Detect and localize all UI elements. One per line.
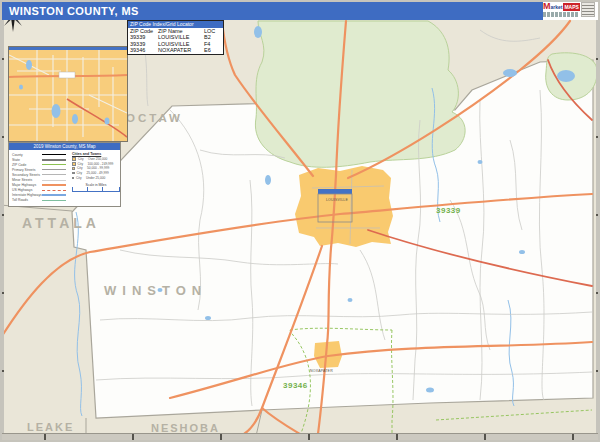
logo-info-box — [581, 2, 595, 17]
inset-extent-bar — [318, 189, 352, 194]
city-label-louisville: LOUISVILLE — [320, 198, 354, 202]
marketmaps-logo: MarketMAPS — [543, 2, 596, 19]
legend-item-label: County — [12, 153, 42, 157]
city-row-size: 50,000 - 99,999 — [87, 166, 109, 170]
county-label-winston: WINSTON — [104, 283, 207, 298]
city-label-noxapater: NOXAPATER — [310, 369, 333, 373]
legend-line-primary — [42, 169, 66, 170]
legend-line-secondary — [42, 174, 66, 175]
legend-line-state — [42, 159, 66, 161]
legend-title: 2019 Winston County, MS Map — [9, 143, 120, 150]
county-label-leake: LEAKE — [27, 421, 74, 433]
legend-item-label: Major Highways — [12, 183, 42, 187]
legend-line-major-highway — [42, 184, 66, 186]
legend-line-items: County State ZIP Code Primary Streets Se… — [12, 152, 70, 203]
city-symbol — [72, 157, 76, 161]
logo-arket-text: arket — [551, 3, 563, 11]
louisville-inset-map — [8, 46, 128, 142]
cell-name: NOXAPATER — [158, 47, 204, 53]
city-symbol — [72, 172, 75, 175]
city-row-name: City — [78, 157, 88, 161]
legend-item-label: Interstate Highways — [12, 193, 42, 197]
logo-wordmark: MarketMAPS — [543, 2, 579, 19]
legend-line-interstate — [42, 194, 66, 196]
legend-item-label: US Highways — [12, 188, 42, 192]
legend-line-toll — [42, 200, 66, 201]
city-row-name: City — [78, 162, 88, 166]
city-row-name: City — [77, 171, 87, 175]
legend-item-label: State — [12, 158, 42, 162]
logo-letter-m: M — [543, 2, 551, 10]
logo-maps-badge: MAPS — [563, 3, 579, 11]
right-ruler — [596, 20, 600, 434]
zip-code-index-table: ZIP Code Index/Grid Locator ZIP Code ZIP… — [127, 20, 224, 55]
cell-loc: E6 — [204, 47, 222, 53]
scale-bar — [72, 188, 120, 192]
scale-label: Scale in Miles — [72, 183, 120, 187]
map-sheet: OCTAW ATTALA WINSTON LEAKE NESHOBA 39339… — [0, 0, 600, 442]
left-ruler — [0, 20, 4, 434]
legend-body: County State ZIP Code Primary Streets Se… — [9, 150, 120, 207]
legend-box: 2019 Winston County, MS Map County State… — [8, 142, 121, 207]
legend-line-minor — [42, 180, 66, 181]
louisville-city-area — [295, 166, 393, 247]
zip-table-title: ZIP Code Index/Grid Locator — [128, 21, 223, 28]
bottom-ruler — [2, 433, 598, 440]
table-row: 39346 NOXAPATER E6 — [128, 47, 223, 53]
cell-zip: 39346 — [130, 47, 158, 53]
city-symbol — [72, 177, 74, 179]
city-symbol — [72, 167, 75, 170]
legend-line-us-highway — [42, 190, 66, 191]
main-map: OCTAW ATTALA WINSTON LEAKE NESHOBA 39339… — [0, 0, 600, 442]
city-row-size: Over 250,000 — [88, 157, 107, 161]
logo-tagline — [543, 12, 579, 17]
inset-title-bar — [9, 47, 127, 50]
inset-city-label-box — [59, 72, 75, 78]
map-title: WINSTON COUNTY, MS — [9, 5, 139, 17]
legend-item-label: Minor Streets — [12, 178, 42, 182]
county-label-attala: ATTALA — [22, 215, 100, 231]
city-row-size: 100,000 - 249,999 — [88, 162, 114, 166]
city-row-name: City — [76, 176, 86, 180]
inset-lakes — [19, 60, 110, 125]
legend-item-label: Primary Streets — [12, 168, 42, 172]
legend-line-county — [42, 154, 66, 155]
zip-label-39346: 39346 — [283, 381, 308, 390]
map-title-bar: WINSTON COUNTY, MS — [2, 2, 543, 20]
city-row-size: Under 25,000 — [86, 176, 105, 180]
inset-streets — [9, 47, 127, 141]
cities-and-towns-header: Cities and Towns — [72, 152, 120, 156]
inset-canvas — [9, 47, 127, 141]
legend-item-label: ZIP Code — [12, 163, 42, 167]
zip-label-39339: 39339 — [436, 206, 461, 215]
city-row-size: 25,000 - 49,999 — [87, 171, 109, 175]
city-row-name: City — [77, 166, 87, 170]
city-symbol — [72, 162, 76, 166]
legend-line-zip — [42, 164, 66, 165]
legend-item-label: Secondary Streets — [12, 173, 42, 177]
county-label-choctaw: OCTAW — [126, 112, 183, 124]
legend-item-label: Toll Roads — [12, 198, 42, 202]
scale-bar-group: Scale in Miles — [72, 183, 120, 192]
legend-cities-column: Cities and Towns CityOver 250,000 City10… — [72, 152, 120, 192]
